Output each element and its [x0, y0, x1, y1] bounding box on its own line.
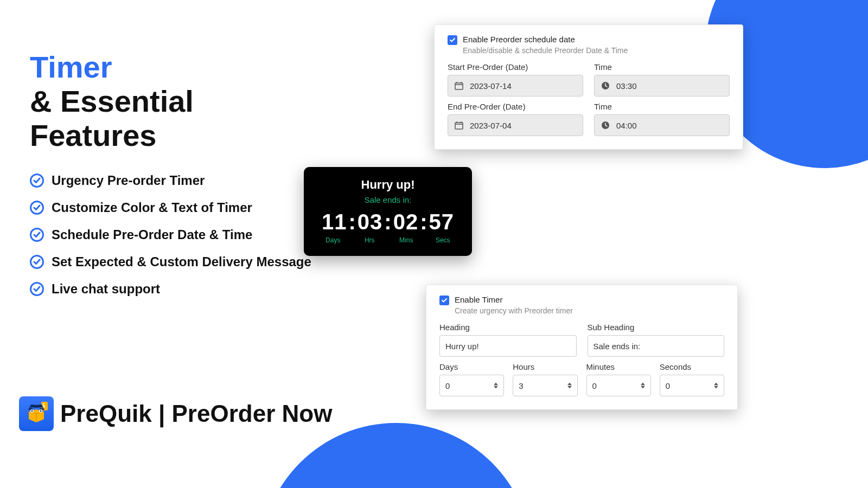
check-circle-icon: [30, 201, 44, 215]
enable-schedule-sub: Enable/disable & schedule Preorder Date …: [463, 46, 628, 55]
start-time-input[interactable]: 03:30: [594, 75, 730, 97]
hero-title-line1: Timer: [30, 52, 311, 84]
stepper-arrows-icon: [567, 383, 572, 389]
hero-title-line2: & Essential: [30, 85, 311, 118]
brand-logo-icon: [19, 396, 54, 431]
start-date-input[interactable]: 2023-07-14: [448, 75, 583, 97]
minutes-value: 0: [592, 381, 597, 390]
heading-label: Heading: [439, 323, 577, 332]
feature-text: Urgency Pre-order Timer: [52, 173, 205, 188]
timer-days-value: 11: [322, 210, 347, 234]
timer-hrs-label: Hrs: [354, 236, 385, 244]
checkbox-label-group: Enable Timer Create urgency with Preorde…: [455, 295, 573, 315]
subheading-value: Sale ends in:: [593, 342, 641, 351]
enable-timer-sub: Create urgency with Preorder timer: [455, 306, 573, 315]
svg-rect-10: [455, 123, 463, 129]
enable-schedule-row: Enable Preorder schedule date Enable/dis…: [448, 35, 730, 55]
timer-days-label: Days: [318, 236, 348, 244]
feature-item: Live chat support: [30, 281, 311, 297]
days-stepper[interactable]: 0: [439, 375, 504, 396]
stepper-arrows-icon: [714, 383, 718, 389]
svg-point-4: [40, 410, 42, 412]
start-time-label: Time: [594, 62, 730, 72]
seconds-label: Seconds: [660, 362, 724, 371]
bg-circle-bottom: [260, 423, 532, 488]
check-circle-icon: [30, 174, 44, 188]
calendar-icon: [454, 80, 464, 91]
timer-mins-label: Mins: [391, 236, 422, 244]
timer-mins-value: 02: [393, 210, 419, 234]
enable-schedule-label: Enable Preorder schedule date: [463, 35, 628, 44]
enable-timer-row: Enable Timer Create urgency with Preorde…: [439, 295, 724, 315]
subheading-input[interactable]: Sale ends in:: [588, 335, 725, 357]
brand: PreQuik | PreOrder Now: [19, 396, 332, 431]
check-circle-icon: [30, 282, 44, 296]
seconds-stepper[interactable]: 0: [660, 375, 724, 396]
subheading-label: Sub Heading: [588, 323, 725, 332]
timer-sep: :: [347, 210, 358, 234]
hours-value: 3: [519, 381, 523, 390]
end-time-input[interactable]: 04:00: [594, 114, 730, 136]
stepper-arrows-icon: [641, 383, 645, 389]
feature-item: Schedule Pre-Order Date & Time: [30, 227, 311, 242]
heading-input[interactable]: Hurry up!: [439, 335, 577, 357]
timer-settings-card: Enable Timer Create urgency with Preorde…: [426, 285, 738, 410]
feature-item: Urgency Pre-order Timer: [30, 173, 311, 188]
hero-title-line3: Features: [30, 119, 311, 152]
feature-item: Set Expected & Custom Delivery Message: [30, 254, 311, 269]
start-date-label: Start Pre-Order (Date): [448, 62, 583, 72]
timer-digits: 11 : 03 : 02 : 57: [315, 210, 461, 234]
enable-timer-checkbox[interactable]: [439, 296, 449, 305]
timer-heading: Hurry up!: [315, 178, 461, 192]
days-value: 0: [445, 381, 450, 390]
checkbox-label-group: Enable Preorder schedule date Enable/dis…: [463, 35, 628, 55]
timer-secs-label: Secs: [427, 236, 458, 244]
timer-widget: Hurry up! Sale ends in: 11 : 03 : 02 : 5…: [304, 167, 472, 256]
start-date-value: 2023-07-14: [470, 81, 512, 91]
end-time-label: Time: [594, 102, 730, 111]
start-time-value: 03:30: [616, 81, 637, 91]
hero: Timer & Essential Features Urgency Pre-o…: [30, 52, 311, 309]
end-date-value: 2023-07-04: [470, 121, 512, 130]
clock-icon: [600, 120, 611, 131]
feature-text: Live chat support: [52, 281, 160, 297]
timer-hrs-value: 03: [358, 210, 383, 234]
enable-schedule-checkbox[interactable]: [448, 35, 457, 45]
timer-sep: :: [418, 210, 429, 234]
end-date-input[interactable]: 2023-07-04: [448, 114, 583, 136]
svg-rect-5: [455, 83, 463, 89]
check-circle-icon: [30, 228, 44, 242]
minutes-stepper[interactable]: 0: [586, 375, 651, 396]
stepper-arrows-icon: [494, 383, 498, 389]
days-label: Days: [439, 362, 504, 371]
feature-item: Customize Color & Text of Timer: [30, 200, 311, 215]
timer-labels: Days Hrs Mins Secs: [315, 236, 461, 244]
calendar-icon: [454, 120, 464, 131]
heading-value: Hurry up!: [445, 342, 479, 351]
timer-secs-value: 57: [429, 210, 454, 234]
hours-label: Hours: [513, 362, 577, 371]
feature-list: Urgency Pre-order Timer Customize Color …: [30, 173, 311, 297]
feature-text: Schedule Pre-Order Date & Time: [52, 227, 252, 242]
brand-name: PreQuik | PreOrder Now: [60, 400, 332, 427]
hours-stepper[interactable]: 3: [513, 375, 577, 396]
enable-timer-label: Enable Timer: [455, 295, 573, 304]
check-circle-icon: [30, 255, 44, 269]
seconds-value: 0: [666, 381, 670, 390]
minutes-label: Minutes: [586, 362, 651, 371]
timer-subheading: Sale ends in:: [315, 195, 461, 204]
end-date-label: End Pre-Order (Date): [448, 102, 583, 111]
feature-text: Set Expected & Custom Delivery Message: [52, 254, 311, 269]
timer-sep: :: [382, 210, 393, 234]
feature-text: Customize Color & Text of Timer: [52, 200, 252, 215]
svg-point-2: [31, 410, 33, 412]
schedule-card: Enable Preorder schedule date Enable/dis…: [434, 24, 743, 150]
end-time-value: 04:00: [616, 121, 637, 130]
clock-icon: [600, 80, 611, 91]
